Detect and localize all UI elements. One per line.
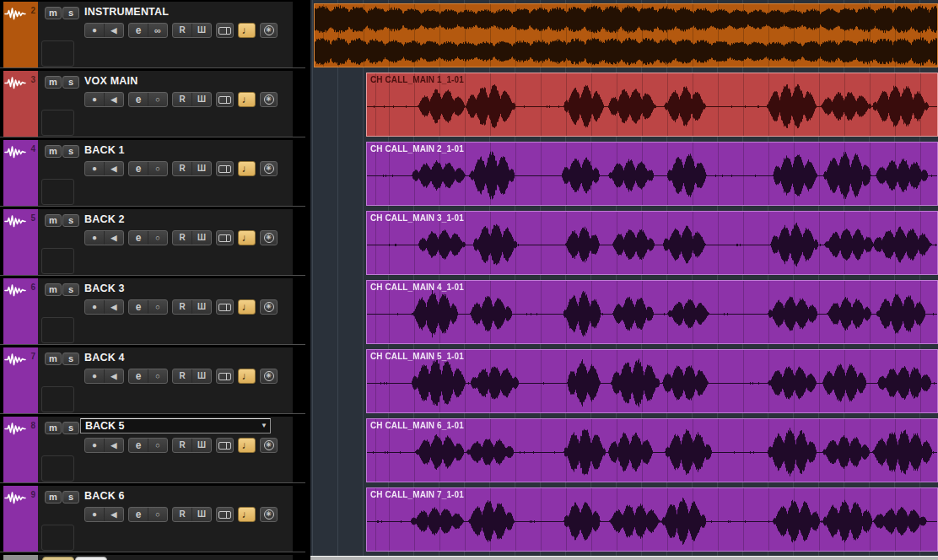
track-row[interactable]: 6 m s BACK 3 BACK 3 ▼ ● ◀ xyxy=(0,278,305,347)
musical-timebase-button[interactable]: ♩ xyxy=(238,299,256,315)
partial-track-button-a[interactable] xyxy=(42,557,74,560)
record-enable-button[interactable]: ● xyxy=(85,369,104,383)
track-row[interactable]: 9 m s BACK 6 BACK 6 ▼ ● ◀ xyxy=(0,486,305,555)
mute-button[interactable]: m xyxy=(45,7,62,19)
solo-button[interactable]: s xyxy=(62,283,79,296)
show-lanes-button[interactable] xyxy=(216,299,234,315)
musical-timebase-button[interactable]: ♩ xyxy=(238,92,256,107)
write-automation-button[interactable]: Ш xyxy=(191,508,211,521)
partial-next-track-row[interactable] xyxy=(0,555,305,560)
write-automation-button[interactable]: Ш xyxy=(191,24,211,37)
audio-event[interactable]: CH CALL_MAIN 5_1-01 xyxy=(366,349,938,413)
channel-settings-button[interactable]: e xyxy=(129,231,148,245)
track-name-field[interactable]: BACK 5 ▼ xyxy=(80,418,271,433)
chevron-down-icon[interactable]: ▼ xyxy=(261,423,267,429)
mute-button[interactable]: m xyxy=(45,145,62,158)
freeze-button[interactable]: ✳ xyxy=(260,23,278,38)
solo-button[interactable]: s xyxy=(62,7,79,19)
write-automation-button[interactable]: Ш xyxy=(191,162,211,175)
read-automation-button[interactable]: R xyxy=(173,439,191,452)
write-automation-button[interactable]: Ш xyxy=(191,231,211,245)
monitor-button[interactable]: ◀ xyxy=(104,369,123,383)
freeze-button[interactable]: ✳ xyxy=(260,369,278,384)
freeze-button[interactable]: ✳ xyxy=(260,92,278,107)
audio-event[interactable]: CH CALL_MAIN 2_1-01 xyxy=(366,142,938,206)
show-lanes-button[interactable] xyxy=(216,507,234,522)
read-automation-button[interactable]: R xyxy=(173,300,191,314)
mute-button[interactable]: m xyxy=(45,491,62,503)
mute-button[interactable]: m xyxy=(45,76,62,89)
solo-button[interactable]: s xyxy=(62,353,79,365)
musical-timebase-button[interactable]: ♩ xyxy=(238,161,256,176)
show-lanes-button[interactable] xyxy=(216,23,234,38)
channel-settings-button[interactable]: e xyxy=(129,439,148,452)
audio-event[interactable]: CH CALL_MAIN 1_1-01 xyxy=(366,73,938,137)
partial-track-button-b[interactable] xyxy=(75,557,107,560)
show-lanes-button[interactable] xyxy=(216,92,234,107)
audio-event[interactable]: CH CALL_MAIN 4_1-01 xyxy=(366,280,938,344)
monitor-button[interactable]: ◀ xyxy=(104,508,123,521)
solo-button[interactable]: s xyxy=(62,422,79,434)
record-enable-button[interactable]: ● xyxy=(85,300,104,314)
track-row[interactable]: 3 m s VOX MAIN VOX MAIN ▼ ● ◀ xyxy=(0,71,305,140)
monitor-button[interactable]: ◀ xyxy=(104,162,123,175)
track-row[interactable]: 7 m s BACK 4 BACK 4 ▼ ● ◀ xyxy=(0,347,305,417)
channel-settings-button[interactable]: e xyxy=(129,508,148,521)
read-automation-button[interactable]: R xyxy=(173,508,191,521)
read-automation-button[interactable]: R xyxy=(173,369,191,383)
monitor-button[interactable]: ◀ xyxy=(104,439,123,452)
record-enable-button[interactable]: ● xyxy=(85,231,104,245)
mute-button[interactable]: m xyxy=(45,353,62,365)
mute-button[interactable]: m xyxy=(45,214,62,227)
event-display-timeline[interactable]: CH CALL_MAIN 1_1-01CH CALL_MAIN 2_1-01CH… xyxy=(310,0,938,560)
audio-event[interactable]: CH CALL_MAIN 7_1-01 xyxy=(366,487,938,552)
musical-timebase-button[interactable]: ♩ xyxy=(238,230,256,245)
track-row[interactable]: 5 m s BACK 2 BACK 2 ▼ ● ◀ xyxy=(0,209,305,278)
freeze-button[interactable]: ✳ xyxy=(260,438,278,453)
show-lanes-button[interactable] xyxy=(216,161,234,176)
write-automation-button[interactable]: Ш xyxy=(191,93,211,106)
record-enable-button[interactable]: ● xyxy=(85,439,104,452)
solo-button[interactable]: s xyxy=(62,145,79,158)
read-automation-button[interactable]: R xyxy=(173,231,191,245)
read-automation-button[interactable]: R xyxy=(173,93,191,106)
channel-settings-button[interactable]: e xyxy=(129,93,148,106)
show-lanes-button[interactable] xyxy=(216,438,234,453)
mute-button[interactable]: m xyxy=(45,283,62,296)
musical-timebase-button[interactable]: ♩ xyxy=(238,438,256,453)
musical-timebase-button[interactable]: ♩ xyxy=(238,23,256,38)
record-enable-button[interactable]: ● xyxy=(85,508,104,521)
monitor-button[interactable]: ◀ xyxy=(104,24,123,37)
monitor-button[interactable]: ◀ xyxy=(104,300,123,314)
record-enable-button[interactable]: ● xyxy=(85,24,104,37)
track-row[interactable]: 4 m s BACK 1 BACK 1 ▼ ● ◀ xyxy=(0,140,305,209)
read-automation-button[interactable]: R xyxy=(173,24,191,37)
track-row[interactable]: 8 m s BACK 5 BACK 5 ▼ ● ◀ xyxy=(0,417,305,486)
monitor-button[interactable]: ◀ xyxy=(104,231,123,245)
solo-button[interactable]: s xyxy=(62,491,79,503)
write-automation-button[interactable]: Ш xyxy=(191,439,211,452)
musical-timebase-button[interactable]: ♩ xyxy=(238,507,256,522)
freeze-button[interactable]: ✳ xyxy=(260,507,278,522)
channel-settings-button[interactable]: e xyxy=(129,300,148,314)
channel-settings-button[interactable]: e xyxy=(129,369,148,383)
monitor-button[interactable]: ◀ xyxy=(104,93,123,106)
musical-timebase-button[interactable]: ♩ xyxy=(238,369,256,384)
mute-button[interactable]: m xyxy=(45,422,62,434)
record-enable-button[interactable]: ● xyxy=(85,93,104,106)
write-automation-button[interactable]: Ш xyxy=(191,369,211,383)
read-automation-button[interactable]: R xyxy=(173,162,191,175)
audio-event[interactable]: CH CALL_MAIN 3_1-01 xyxy=(366,211,938,275)
freeze-button[interactable]: ✳ xyxy=(260,299,278,315)
freeze-button[interactable]: ✳ xyxy=(260,230,278,245)
audio-event[interactable] xyxy=(314,3,938,67)
show-lanes-button[interactable] xyxy=(216,230,234,245)
write-automation-button[interactable]: Ш xyxy=(191,300,211,314)
channel-settings-button[interactable]: e xyxy=(129,24,148,37)
freeze-button[interactable]: ✳ xyxy=(260,161,278,176)
record-enable-button[interactable]: ● xyxy=(85,162,104,175)
audio-event[interactable]: CH CALL_MAIN 6_1-01 xyxy=(366,418,938,482)
track-row[interactable]: 2 m s INSTRUMENTAL INSTRUMENTAL ▼ ● ◀ xyxy=(0,2,305,71)
channel-settings-button[interactable]: e xyxy=(129,162,148,175)
solo-button[interactable]: s xyxy=(62,76,79,89)
